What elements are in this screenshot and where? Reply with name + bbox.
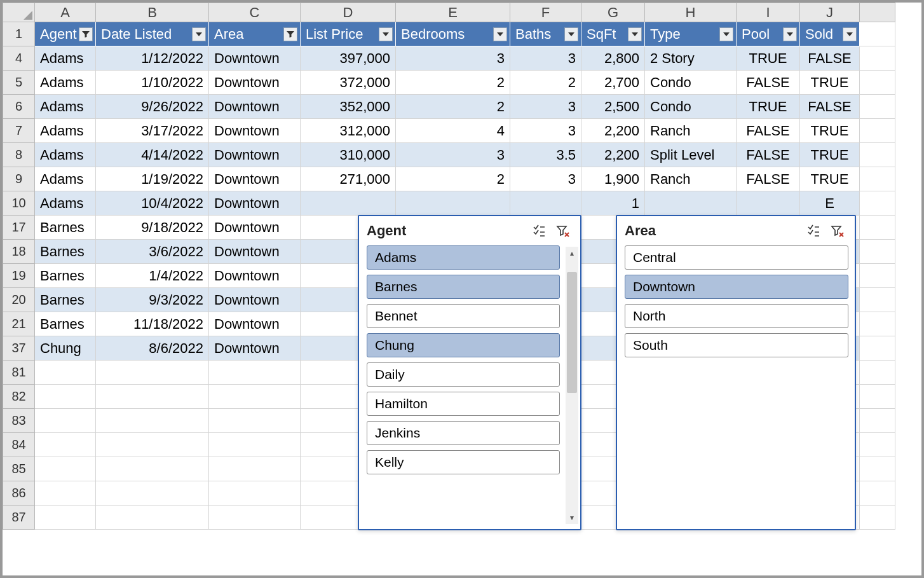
cell[interactable]: Adams (35, 119, 96, 143)
row-header[interactable]: 21 (3, 312, 35, 336)
multiselect-icon[interactable] (803, 223, 824, 239)
cell[interactable]: Adams (35, 95, 96, 119)
cell[interactable]: 312,000 (301, 119, 396, 143)
col-header-H[interactable]: H (645, 3, 737, 22)
row-header[interactable]: 7 (3, 119, 35, 143)
cell[interactable]: 2,200 (581, 119, 645, 143)
slicer-item[interactable]: North (625, 304, 848, 328)
cell[interactable]: TRUE (737, 46, 800, 71)
row-header[interactable]: 83 (3, 409, 35, 433)
cell[interactable]: 2 Story (645, 46, 737, 71)
slicer-item[interactable]: Downtown (625, 275, 848, 299)
cell[interactable]: Downtown (209, 240, 301, 264)
row-header[interactable]: 18 (3, 240, 35, 264)
cell[interactable]: Adams (35, 46, 96, 71)
cell[interactable]: TRUE (800, 119, 860, 143)
cell[interactable]: 1 (581, 191, 645, 216)
scroll-up-icon[interactable]: ▴ (566, 247, 578, 259)
cell[interactable] (396, 191, 510, 216)
cell[interactable]: 9/3/2022 (96, 288, 209, 312)
cell-empty[interactable] (35, 481, 96, 506)
multiselect-icon[interactable] (528, 223, 550, 239)
cell[interactable]: 2,700 (581, 71, 645, 95)
cell[interactable]: Downtown (209, 288, 301, 312)
col-header-B[interactable]: B (96, 3, 209, 22)
cell[interactable]: Ranch (645, 167, 737, 191)
cell-empty[interactable] (35, 385, 96, 409)
filter-button-agent[interactable] (79, 27, 93, 41)
cell[interactable]: Barnes (35, 264, 96, 288)
col-header-A[interactable]: A (35, 3, 96, 22)
cell[interactable]: FALSE (737, 71, 800, 95)
row-header[interactable]: 19 (3, 264, 35, 288)
slicer-agent[interactable]: Agent AdamsBarnesBennetChungDailyHamilto… (358, 215, 581, 530)
cell[interactable]: E (800, 191, 860, 216)
cell[interactable]: 3 (510, 119, 581, 143)
cell[interactable]: FALSE (800, 46, 860, 71)
slicer-item[interactable]: South (625, 333, 848, 357)
cell-blank[interactable] (860, 288, 895, 312)
cell[interactable]: 3 (396, 46, 510, 71)
cell-blank[interactable] (860, 336, 895, 361)
slicer-item[interactable]: Jenkins (367, 421, 560, 445)
cell-blank[interactable] (860, 216, 895, 240)
scroll-down-icon[interactable]: ▾ (566, 511, 578, 524)
row-header[interactable]: 20 (3, 288, 35, 312)
cell-empty[interactable] (209, 506, 301, 530)
cell[interactable]: 2 (510, 71, 581, 95)
slicer-item[interactable]: Daily (367, 362, 560, 387)
clear-filter-icon[interactable] (552, 223, 574, 239)
cell-empty[interactable] (35, 409, 96, 433)
cell[interactable] (737, 191, 800, 216)
cell[interactable]: Barnes (35, 312, 96, 336)
row-header[interactable]: 82 (3, 385, 35, 409)
row-header[interactable]: 37 (3, 336, 35, 361)
cell[interactable]: 1/19/2022 (96, 167, 209, 191)
cell-empty[interactable] (96, 457, 209, 481)
cell[interactable] (301, 191, 396, 216)
row-header[interactable]: 1 (3, 22, 35, 46)
cell-empty[interactable] (209, 433, 301, 457)
cell[interactable]: Condo (645, 71, 737, 95)
row-header[interactable]: 6 (3, 95, 35, 119)
slicer-item[interactable]: Bennet (367, 304, 560, 328)
cell-empty[interactable] (96, 433, 209, 457)
cell[interactable]: 3 (510, 46, 581, 71)
row-header[interactable]: 86 (3, 481, 35, 506)
filter-button-bedrooms[interactable] (493, 27, 507, 41)
cell[interactable]: Split Level (645, 143, 737, 167)
cell[interactable]: Downtown (209, 167, 301, 191)
row-header[interactable]: 9 (3, 167, 35, 191)
scroll-thumb[interactable] (567, 272, 577, 393)
row-header[interactable]: 10 (3, 191, 35, 216)
col-header-G[interactable]: G (581, 3, 645, 22)
cell[interactable]: 271,000 (301, 167, 396, 191)
cell[interactable]: 3 (396, 143, 510, 167)
row-header[interactable]: 8 (3, 143, 35, 167)
cell[interactable]: Ranch (645, 119, 737, 143)
cell[interactable]: 10/4/2022 (96, 191, 209, 216)
clear-filter-icon[interactable] (827, 223, 848, 239)
slicer-area-titlebar[interactable]: Area (625, 223, 848, 239)
cell-blank[interactable] (860, 95, 895, 119)
cell[interactable]: 2,200 (581, 143, 645, 167)
cell[interactable]: Downtown (209, 216, 301, 240)
cell[interactable]: Downtown (209, 143, 301, 167)
cell[interactable]: Condo (645, 95, 737, 119)
slicer-item[interactable]: Hamilton (367, 392, 560, 416)
cell[interactable]: 11/18/2022 (96, 312, 209, 336)
cell-empty[interactable] (96, 409, 209, 433)
cell[interactable]: Downtown (209, 312, 301, 336)
cell[interactable]: FALSE (737, 143, 800, 167)
cell[interactable]: Barnes (35, 216, 96, 240)
cell[interactable]: 1/4/2022 (96, 264, 209, 288)
slicer-item[interactable]: Central (625, 245, 848, 270)
cell[interactable]: 8/6/2022 (96, 336, 209, 361)
row-header[interactable]: 85 (3, 457, 35, 481)
scroll-track[interactable] (566, 259, 578, 511)
slicer-item[interactable]: Kelly (367, 450, 560, 474)
cell[interactable]: TRUE (737, 95, 800, 119)
cell-empty[interactable] (96, 506, 209, 530)
cell[interactable]: 3/6/2022 (96, 240, 209, 264)
cell[interactable]: Adams (35, 191, 96, 216)
